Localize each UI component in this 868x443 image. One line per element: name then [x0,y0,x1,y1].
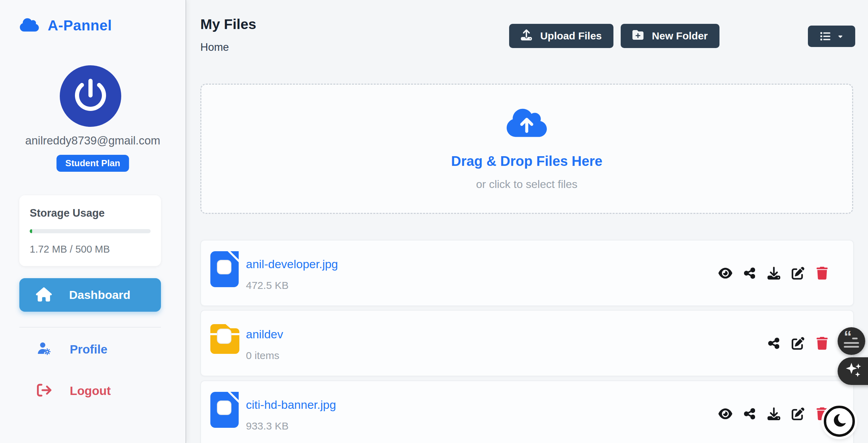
folder-actions [767,336,829,350]
folder-name-link[interactable]: anildev [246,328,283,341]
upload-files-label: Upload Files [540,30,602,42]
edit-icon[interactable] [791,407,805,421]
file-row: citi-hd-banner.jpg 933.3 KB [200,380,854,443]
quote-lines-icon: “ [844,334,859,348]
share-icon[interactable] [743,266,756,280]
file-row: anil-developer.jpg 472.5 KB [200,240,854,306]
share-icon[interactable] [767,336,781,350]
cloud-upload-icon [505,107,548,140]
app-root: A-Pannel anilreddy8739@gmail.com Student… [0,0,868,443]
new-folder-label: New Folder [652,30,708,42]
new-folder-button[interactable]: New Folder [621,24,719,48]
main-content: My Files Home Upload Files New Folder [186,0,868,443]
edit-icon[interactable] [791,266,805,280]
dark-mode-toggle[interactable] [824,406,855,437]
folder-icon [210,323,239,356]
trash-icon[interactable] [815,336,829,350]
header-actions: Upload Files New Folder [509,24,855,48]
storage-progress-track [30,229,151,233]
file-icon [210,251,239,289]
storage-usage-card: Storage Usage 1.72 MB / 500 MB [19,195,161,266]
upload-files-button[interactable]: Upload Files [509,24,613,48]
folder-row: anildev 0 items [200,310,854,376]
brand-logo[interactable]: A-Pannel [19,17,112,34]
sidebar: A-Pannel anilreddy8739@gmail.com Student… [0,0,186,443]
avatar [60,65,121,127]
page-title: My Files [200,16,256,32]
share-icon[interactable] [743,407,756,421]
notes-widget-button[interactable]: “ [838,327,865,355]
brand-name: A-Pannel [48,17,112,34]
folder-plus-icon [632,29,643,43]
file-name-link[interactable]: anil-developer.jpg [246,257,338,271]
edit-icon[interactable] [791,336,805,350]
file-actions [718,266,829,280]
sidebar-item-logout[interactable]: Logout [19,379,161,402]
preview-eye-icon[interactable] [718,266,732,280]
file-actions [718,407,829,421]
list-view-icon [820,31,830,41]
sparkles-icon [845,361,862,381]
file-name-link[interactable]: citi-hd-banner.jpg [246,398,336,412]
dropzone-title: Drag & Drop Files Here [451,153,602,169]
caret-down-icon [837,33,843,39]
plan-badge: Student Plan [56,155,129,172]
moon-icon [832,413,847,429]
folder-items-count: 0 items [246,350,279,361]
storage-title: Storage Usage [30,207,151,219]
user-email: anilreddy8739@gmail.com [0,134,185,147]
file-dropzone[interactable]: Drag & Drop Files Here or click to selec… [200,84,853,214]
sidebar-item-logout-label: Logout [70,384,111,398]
house-icon [36,287,52,303]
breadcrumb-home[interactable]: Home [200,41,229,54]
user-gear-icon [36,341,53,357]
logout-icon [36,383,53,399]
view-mode-dropdown[interactable] [808,26,855,47]
power-icon [74,79,107,113]
file-icon [210,392,239,429]
sidebar-item-profile[interactable]: Profile [19,338,161,361]
download-icon[interactable] [767,407,781,421]
ai-assistant-button[interactable] [838,357,868,385]
cloud-logo-icon [19,17,39,34]
sidebar-item-profile-label: Profile [70,342,107,356]
storage-value: 1.72 MB / 500 MB [30,244,151,255]
preview-eye-icon[interactable] [718,407,732,421]
file-size: 472.5 KB [246,280,288,291]
file-size: 933.3 KB [246,420,288,432]
sidebar-divider [19,327,161,328]
sidebar-item-dashboard[interactable]: Dashboard [19,278,161,312]
sidebar-item-dashboard-label: Dashboard [69,288,131,302]
download-icon[interactable] [767,266,781,280]
trash-icon[interactable] [815,266,829,280]
dropzone-subtitle: or click to select files [476,178,577,191]
upload-icon [521,29,532,43]
storage-progress-fill [30,229,32,233]
